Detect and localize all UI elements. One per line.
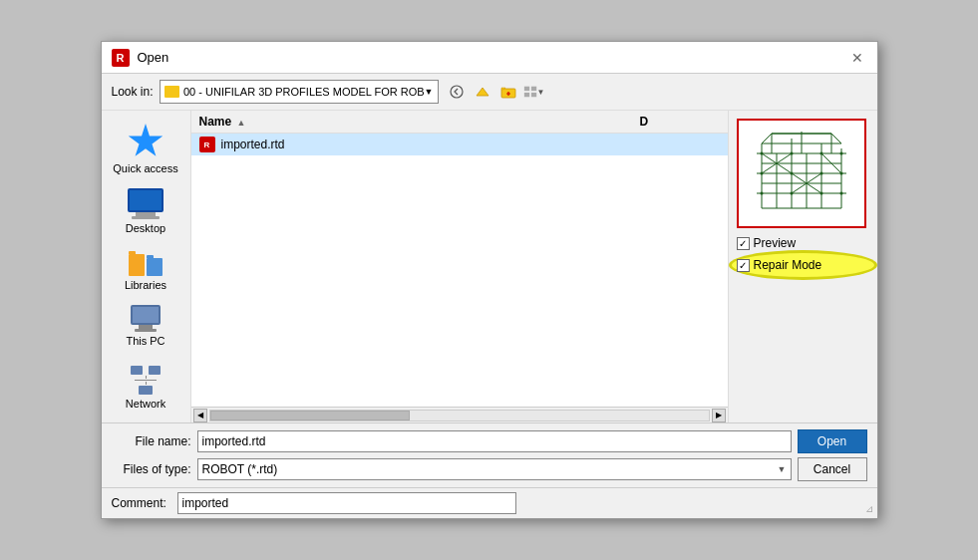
column-date: D bbox=[640, 115, 720, 129]
preview-checkbox[interactable] bbox=[737, 237, 750, 250]
file-area: Name ▲ D R imported.rtd ◀ ▶ bbox=[191, 111, 728, 422]
file-icon: R bbox=[199, 137, 215, 152]
comment-label: Comment: bbox=[112, 496, 171, 510]
files-type-arrow-icon: ▼ bbox=[778, 464, 787, 474]
chevron-down-icon: ▼ bbox=[425, 87, 434, 97]
svg-point-37 bbox=[819, 172, 822, 175]
files-type-value: ROBOT (*.rtd) bbox=[202, 462, 278, 476]
scroll-track[interactable] bbox=[209, 410, 710, 421]
svg-point-31 bbox=[760, 152, 763, 155]
svg-point-38 bbox=[839, 172, 842, 175]
scroll-left-button[interactable]: ◀ bbox=[193, 409, 207, 422]
network-icon bbox=[131, 361, 161, 395]
preview-checkbox-row[interactable]: Preview bbox=[737, 236, 869, 250]
main-content: Quick access Desktop Libraries bbox=[102, 111, 877, 422]
files-type-row: Files of type: ROBOT (*.rtd) ▼ Cancel bbox=[112, 457, 867, 481]
svg-point-0 bbox=[451, 86, 463, 98]
toolbar-icons: ▼ bbox=[445, 80, 546, 104]
comment-bar: Comment: ⊿ bbox=[102, 487, 877, 518]
sidebar-item-this-pc[interactable]: This PC bbox=[106, 300, 185, 352]
svg-point-36 bbox=[790, 172, 793, 175]
scroll-thumb[interactable] bbox=[210, 411, 410, 420]
title-bar: R Open ✕ bbox=[102, 42, 877, 74]
file-name-label: File name: bbox=[112, 434, 191, 448]
this-pc-icon bbox=[131, 305, 161, 332]
svg-rect-4 bbox=[523, 93, 528, 97]
desktop-icon bbox=[128, 188, 163, 219]
look-in-label: Look in: bbox=[112, 85, 154, 99]
close-button[interactable]: ✕ bbox=[847, 48, 867, 68]
file-name-input[interactable] bbox=[197, 430, 792, 452]
file-list[interactable]: R imported.rtd bbox=[191, 134, 728, 407]
new-folder-button[interactable] bbox=[496, 80, 520, 104]
view-button[interactable]: ▼ bbox=[522, 80, 546, 104]
preview-label: Preview bbox=[754, 236, 797, 250]
files-type-dropdown[interactable]: ROBOT (*.rtd) ▼ bbox=[197, 458, 792, 480]
table-row[interactable]: R imported.rtd bbox=[191, 134, 728, 155]
svg-rect-2 bbox=[523, 87, 528, 91]
repair-mode-container: Repair Mode bbox=[737, 258, 869, 272]
svg-point-32 bbox=[790, 152, 793, 155]
file-name: imported.rtd bbox=[221, 138, 285, 151]
column-name: Name ▲ bbox=[199, 115, 640, 129]
preview-image bbox=[737, 119, 866, 228]
title-bar-left: R Open bbox=[112, 49, 169, 67]
sidebar-item-desktop[interactable]: Desktop bbox=[106, 183, 185, 239]
repair-mode-label: Repair Mode bbox=[754, 258, 822, 272]
svg-line-20 bbox=[762, 134, 772, 143]
sidebar-label-quick-access: Quick access bbox=[113, 162, 177, 174]
libraries-icon bbox=[129, 248, 163, 276]
svg-point-42 bbox=[839, 192, 842, 195]
files-type-label: Files of type: bbox=[112, 462, 191, 476]
svg-point-41 bbox=[819, 192, 822, 195]
sidebar-label-libraries: Libraries bbox=[125, 279, 166, 291]
look-in-value: 00 - UNIFILAR 3D PROFILES MODEL FOR ROBO bbox=[183, 86, 425, 98]
sidebar-item-libraries[interactable]: Libraries bbox=[106, 243, 185, 296]
cancel-button[interactable]: Cancel bbox=[798, 457, 867, 481]
scroll-right-button[interactable]: ▶ bbox=[712, 409, 726, 422]
sidebar-item-quick-access[interactable]: Quick access bbox=[106, 119, 185, 179]
file-name-row: File name: Open bbox=[112, 429, 867, 453]
back-button[interactable] bbox=[445, 80, 469, 104]
quick-access-icon bbox=[128, 124, 163, 159]
comment-input[interactable] bbox=[177, 492, 516, 514]
dialog-title: Open bbox=[138, 50, 169, 65]
svg-point-35 bbox=[760, 172, 763, 175]
bottom-form: File name: Open Files of type: ROBOT (*.… bbox=[102, 422, 877, 487]
look-in-inner: 00 - UNIFILAR 3D PROFILES MODEL FOR ROBO bbox=[164, 86, 425, 98]
app-icon: R bbox=[112, 49, 130, 67]
svg-rect-5 bbox=[530, 93, 535, 97]
sidebar: Quick access Desktop Libraries bbox=[102, 111, 191, 422]
file-list-header: Name ▲ D bbox=[191, 111, 728, 134]
sort-arrow: ▲ bbox=[237, 118, 246, 128]
resize-handle: ⊿ bbox=[865, 503, 873, 514]
sidebar-label-network: Network bbox=[126, 398, 165, 410]
svg-line-21 bbox=[831, 134, 841, 143]
sidebar-label-this-pc: This PC bbox=[126, 335, 164, 347]
open-button[interactable]: Open bbox=[798, 429, 867, 453]
sidebar-item-network[interactable]: Network bbox=[106, 356, 185, 415]
toolbar: Look in: 00 - UNIFILAR 3D PROFILES MODEL… bbox=[102, 74, 877, 111]
repair-mode-checkbox[interactable] bbox=[737, 259, 750, 272]
open-dialog: R Open ✕ Look in: 00 - UNIFILAR 3D PROFI… bbox=[101, 41, 878, 519]
svg-point-33 bbox=[819, 152, 822, 155]
look-in-dropdown[interactable]: 00 - UNIFILAR 3D PROFILES MODEL FOR ROBO… bbox=[160, 80, 439, 104]
folder-icon bbox=[164, 86, 179, 98]
svg-point-39 bbox=[760, 192, 763, 195]
up-folder-button[interactable] bbox=[471, 80, 494, 104]
svg-point-40 bbox=[790, 192, 793, 195]
preview-panel: Preview Repair Mode bbox=[728, 111, 877, 422]
sidebar-label-desktop: Desktop bbox=[126, 222, 165, 234]
svg-rect-3 bbox=[530, 87, 535, 91]
svg-point-34 bbox=[839, 152, 842, 155]
structure-preview bbox=[742, 124, 861, 223]
horizontal-scrollbar[interactable]: ◀ ▶ bbox=[191, 407, 728, 422]
